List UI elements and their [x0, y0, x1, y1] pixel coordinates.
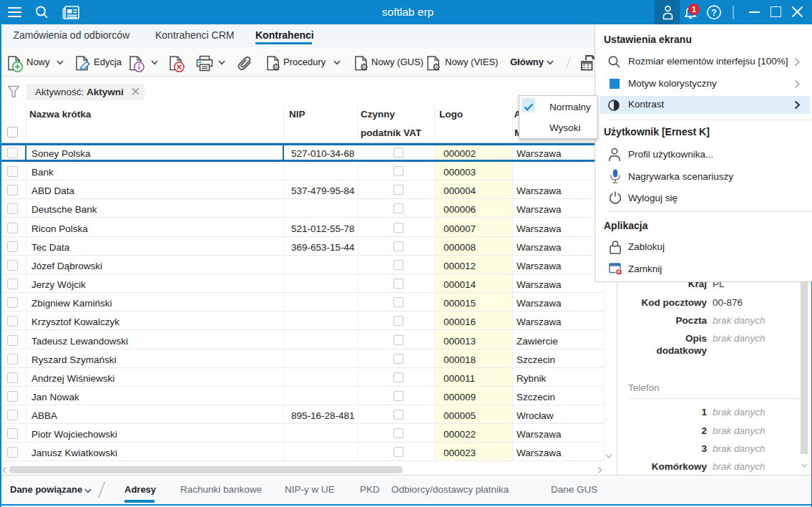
svg-text:?: ? [711, 8, 716, 18]
